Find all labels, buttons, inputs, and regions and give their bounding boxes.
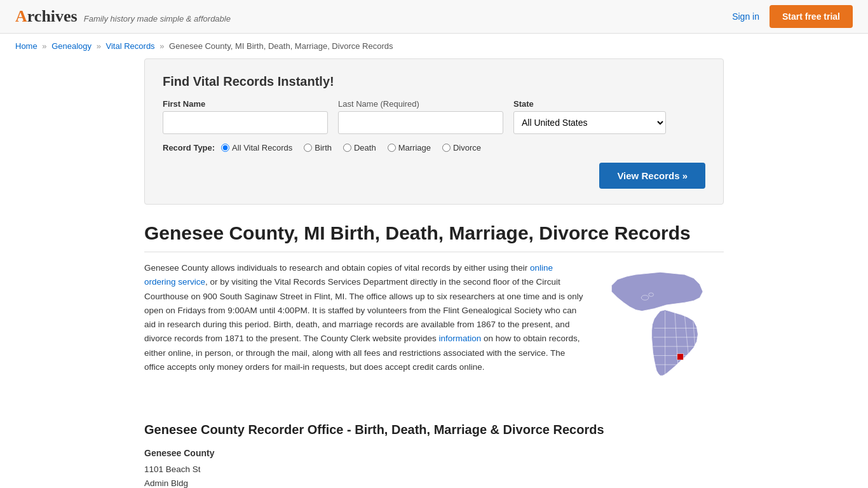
search-fields: First Name Last Name (Required) State Al… bbox=[163, 99, 705, 134]
breadcrumb-vital-records[interactable]: Vital Records bbox=[106, 41, 155, 51]
intro-paragraph: Genesee County allows individuals to res… bbox=[144, 261, 584, 374]
search-btn-row: View Records » bbox=[163, 163, 705, 189]
state-select[interactable]: All United States Alabama Michigan bbox=[513, 111, 666, 134]
state-label: State bbox=[513, 99, 666, 109]
breadcrumb-home[interactable]: Home bbox=[15, 41, 37, 51]
content-text: Genesee County allows individuals to res… bbox=[144, 261, 584, 407]
office-address2: Admin Bldg bbox=[144, 477, 724, 488]
svg-point-11 bbox=[649, 293, 654, 297]
page-heading: Genesee County, MI Birth, Death, Marriag… bbox=[144, 222, 724, 252]
search-box: Find Vital Records Instantly! First Name… bbox=[144, 58, 724, 205]
start-trial-button[interactable]: Start free trial bbox=[770, 5, 853, 28]
site-header: Archives Family history made simple & af… bbox=[0, 0, 868, 34]
breadcrumb-genealogy[interactable]: Genealogy bbox=[51, 41, 92, 51]
state-group: State All United States Alabama Michigan bbox=[513, 99, 666, 134]
record-type-birth-radio[interactable] bbox=[304, 144, 312, 152]
office-info: Genesee County 1101 Beach St Admin Bldg bbox=[144, 446, 724, 488]
record-type-divorce[interactable]: Divorce bbox=[442, 143, 481, 152]
site-logo: Archives bbox=[15, 7, 78, 26]
record-type-divorce-radio[interactable] bbox=[442, 144, 451, 152]
intro-text-1: Genesee County allows individuals to res… bbox=[144, 263, 530, 273]
main-container: Find Vital Records Instantly! First Name… bbox=[129, 58, 739, 488]
recorder-heading: Genesee County Recorder Office - Birth, … bbox=[144, 423, 724, 437]
record-type-death-radio[interactable] bbox=[343, 144, 351, 152]
office-address1: 1101 Beach St bbox=[144, 463, 724, 477]
header-right: Sign in Start free trial bbox=[732, 5, 853, 28]
record-type-options: All Vital Records Birth Death Marriage D… bbox=[221, 143, 481, 152]
svg-rect-9 bbox=[677, 354, 684, 360]
svg-point-10 bbox=[641, 295, 649, 301]
breadcrumb-sep-2: » bbox=[97, 41, 101, 51]
record-type-label: Record Type: bbox=[163, 143, 215, 152]
record-type-birth[interactable]: Birth bbox=[304, 143, 332, 152]
content-with-map: Genesee County allows individuals to res… bbox=[144, 261, 724, 407]
breadcrumb: Home » Genealogy » Vital Records » Genes… bbox=[0, 34, 868, 58]
last-name-group: Last Name (Required) bbox=[338, 99, 503, 134]
map-container bbox=[597, 261, 724, 407]
view-records-button[interactable]: View Records » bbox=[599, 163, 705, 189]
intro-link-2[interactable]: information bbox=[438, 334, 481, 343]
record-type-row: Record Type: All Vital Records Birth Dea… bbox=[163, 143, 705, 152]
record-type-death[interactable]: Death bbox=[343, 143, 376, 152]
sign-in-link[interactable]: Sign in bbox=[732, 11, 759, 22]
breadcrumb-sep-1: » bbox=[42, 41, 46, 51]
last-name-label: Last Name (Required) bbox=[338, 99, 503, 109]
header-left: Archives Family history made simple & af… bbox=[15, 7, 231, 26]
record-type-marriage[interactable]: Marriage bbox=[388, 143, 431, 152]
breadcrumb-sep-3: » bbox=[159, 41, 164, 51]
record-type-marriage-radio[interactable] bbox=[388, 144, 396, 152]
michigan-map bbox=[597, 261, 724, 407]
last-name-input[interactable] bbox=[338, 111, 503, 134]
record-type-all-radio[interactable] bbox=[221, 144, 229, 152]
first-name-input[interactable] bbox=[163, 111, 328, 134]
record-type-all[interactable]: All Vital Records bbox=[221, 143, 292, 152]
site-tagline: Family history made simple & affordable bbox=[84, 14, 231, 24]
office-name: Genesee County bbox=[144, 446, 724, 460]
search-box-title: Find Vital Records Instantly! bbox=[163, 74, 705, 89]
breadcrumb-current: Genesee County, MI Birth, Death, Marriag… bbox=[169, 41, 393, 51]
first-name-group: First Name bbox=[163, 99, 328, 134]
first-name-label: First Name bbox=[163, 99, 328, 109]
